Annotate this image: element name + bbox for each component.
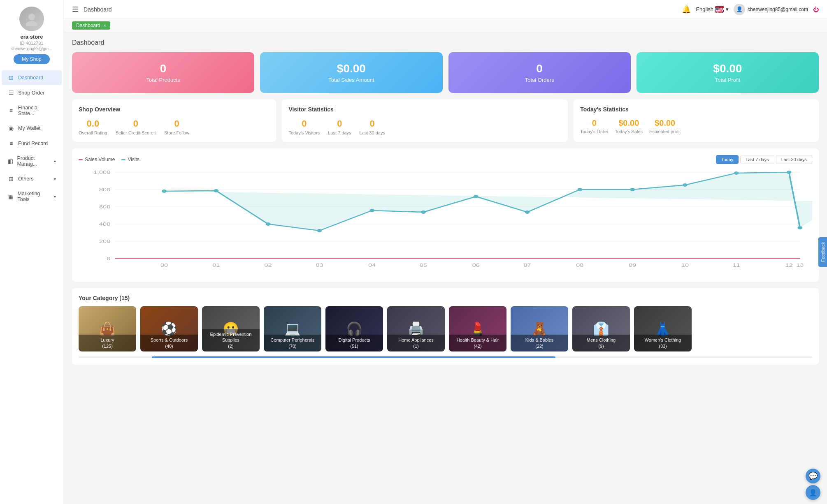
total-profit-label: Total Profit [715, 77, 740, 83]
main-content: Dashboard 0 Total Products $0.00 Total S… [64, 32, 827, 504]
legend-visits: Visits [121, 157, 139, 162]
info-icon: ℹ [154, 131, 156, 135]
svg-point-15 [162, 190, 167, 193]
todays-statistics-panel: Today's Statistics 0 Today's Order $0.00… [574, 99, 819, 142]
flag-icon: 🇺🇸 [715, 6, 724, 12]
sidebar-item-dashboard[interactable]: ⊞ Dashboard [2, 70, 62, 85]
category-card-home-appliances[interactable]: 🖨️ Home Appliances(1) [387, 306, 445, 351]
today-order-label: Today's Order [580, 129, 608, 134]
category-icon-womens-clothing: 👗 [655, 321, 671, 337]
total-orders-label: Total Orders [525, 77, 554, 83]
language-label: English [696, 6, 713, 12]
header-right: 🔔 English 🇺🇸 ▾ 👤 chenwenjing85@gmail.com… [682, 4, 819, 15]
nav-icon-dashboard: ⊞ [7, 74, 15, 81]
category-card-label-sports-outdoors: Sports & Outdoors(40) [140, 335, 198, 351]
category-title: Your Category (15) [79, 295, 812, 301]
category-icon-digital-products: 🎧 [346, 321, 362, 337]
shop-overview-stats: 0.0 Overall Rating 0 Seller Credit Score… [79, 118, 269, 135]
breadcrumb-label: Dashboard [76, 23, 100, 28]
chat-widget-1[interactable]: 💬 [806, 469, 820, 483]
category-card-health-beauty[interactable]: 💄 Health Beauty & Hair(42) [449, 306, 506, 351]
category-icon-health-beauty: 💄 [469, 321, 486, 337]
chart-panel: Sales Volume Visits Today Last 7 days La… [72, 148, 819, 282]
category-card-kids-babies[interactable]: 🧸 Kids & Babies(22) [511, 306, 568, 351]
main-area: ☰ Dashboard 🔔 English 🇺🇸 ▾ 👤 chenwenjing… [64, 0, 827, 504]
avatar [19, 7, 44, 31]
overview-panels: Shop Overview 0.0 Overall Rating 0 Selle… [72, 99, 819, 142]
chart-btn-last7[interactable]: Last 7 days [740, 155, 774, 164]
notification-bell-icon[interactable]: 🔔 [682, 5, 691, 14]
last7-visitors-value: 0 [328, 118, 351, 129]
category-card-label-epidemic-prevention: Epidemic Prevention Supplies(2) [202, 329, 260, 351]
svg-point-20 [421, 210, 426, 214]
chart-legend: Sales Volume Visits [79, 157, 139, 162]
today-visitors-label: Today's Visitors [288, 130, 320, 135]
sidebar-item-others[interactable]: ⊞ Others ▾ [2, 171, 62, 186]
legend-sales-label: Sales Volume [85, 157, 115, 162]
myshop-button[interactable]: My Shop [14, 54, 49, 64]
sidebar-item-product-manage[interactable]: ◧ Product Manag... ▾ [2, 151, 62, 171]
nav-label-others: Others [18, 176, 34, 182]
category-scrollbar-thumb [152, 356, 555, 358]
total-profit-value: $0.00 [713, 62, 742, 75]
chevron-icon-marketing-tools: ▾ [54, 194, 56, 199]
category-card-mens-clothing[interactable]: 👔 Mens Clothing(9) [572, 306, 630, 351]
category-card-computer-peripherals[interactable]: 💻 Computer Peripherals(70) [264, 306, 321, 351]
svg-point-21 [474, 195, 479, 198]
chart-btn-last30[interactable]: Last 30 days [776, 155, 812, 164]
svg-text:600: 600 [99, 204, 111, 210]
sidebar-item-my-wallet[interactable]: ◉ My Wallet [2, 121, 62, 136]
menu-icon[interactable]: ☰ [72, 5, 79, 14]
nav-icon-fund-record: ≡ [7, 140, 15, 147]
sidebar-item-shop-order[interactable]: ☰ Shop Order [2, 86, 62, 100]
total-sales-label: Total Sales Amount [328, 77, 374, 83]
sidebar-nav: ⊞ Dashboard ☰ Shop Order ≡ Financial Sta… [0, 70, 63, 207]
seller-credit-stat: 0 Seller Credit Score ℹ [116, 118, 156, 135]
category-icon-computer-peripherals: 💻 [284, 321, 301, 337]
estimated-profit-label: Estimated profit [649, 129, 681, 134]
nav-icon-my-wallet: ◉ [7, 125, 15, 132]
header: ☰ Dashboard 🔔 English 🇺🇸 ▾ 👤 chenwenjing… [64, 0, 827, 19]
svg-text:04: 04 [368, 263, 376, 268]
overall-rating-stat: 0.0 Overall Rating [79, 118, 107, 135]
chart-time-buttons: Today Last 7 days Last 30 days [716, 155, 812, 164]
feedback-button[interactable]: Feedback [818, 237, 827, 267]
breadcrumb-bar: Dashboard × [64, 19, 827, 32]
sidebar-item-fund-record[interactable]: ≡ Fund Record [2, 136, 62, 151]
sidebar-item-financial-state[interactable]: ≡ Financial State... [2, 101, 62, 120]
chart-btn-today[interactable]: Today [716, 155, 739, 164]
nav-icon-financial-state: ≡ [7, 107, 15, 114]
breadcrumb-close-icon[interactable]: × [104, 23, 106, 28]
visitor-stats-title: Visitor Statistics [288, 106, 561, 113]
sales-line-icon [79, 159, 83, 160]
sidebar-item-marketing-tools[interactable]: ▦ Marketing Tools ▾ [2, 187, 62, 206]
category-card-label-digital-products: Digital Products(51) [325, 335, 383, 351]
last7-visitors-stat: 0 Last 7 days [328, 118, 351, 135]
category-card-luxury[interactable]: 👜 Luxury(125) [79, 306, 136, 351]
language-selector[interactable]: English 🇺🇸 ▾ [696, 6, 729, 12]
category-card-epidemic-prevention[interactable]: 😷 Epidemic Prevention Supplies(2) [202, 306, 260, 351]
category-card-digital-products[interactable]: 🎧 Digital Products(51) [325, 306, 383, 351]
svg-text:02: 02 [265, 263, 272, 268]
user-info[interactable]: 👤 chenwenjing85@gmail.com [734, 4, 808, 15]
chevron-icon-product-manage: ▾ [54, 159, 56, 164]
svg-text:00: 00 [160, 263, 168, 268]
nav-label-my-wallet: My Wallet [18, 125, 40, 131]
chat-widget-2[interactable]: 👤 [806, 485, 820, 500]
category-card-womens-clothing[interactable]: 👗 Women's Clothing(33) [634, 306, 692, 351]
header-title: Dashboard [84, 6, 677, 13]
logout-icon[interactable]: ⏻ [813, 6, 819, 13]
seller-credit-value: 0 [116, 118, 156, 129]
today-sales-value: $0.00 [615, 118, 643, 128]
category-card-sports-outdoors[interactable]: ⚽ Sports & Outdoors(40) [140, 306, 198, 351]
stats-cards: 0 Total Products $0.00 Total Sales Amoun… [72, 52, 819, 93]
svg-point-17 [266, 222, 271, 226]
today-order-stat: 0 Today's Order [580, 118, 608, 134]
nav-label-product-manage: Product Manag... [17, 155, 51, 167]
user-avatar: 👤 [734, 4, 745, 15]
svg-text:08: 08 [576, 263, 583, 268]
category-card-label-health-beauty: Health Beauty & Hair(42) [449, 335, 506, 351]
overall-rating-value: 0.0 [79, 118, 107, 129]
total-sales-value: $0.00 [337, 62, 366, 75]
store-follow-label: Store Follow [164, 130, 189, 135]
